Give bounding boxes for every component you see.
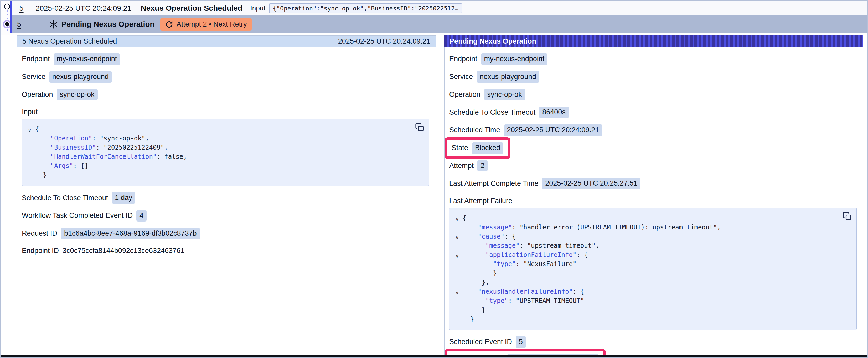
bottom-divider (1, 355, 867, 358)
field-value-chip: 2 (477, 160, 488, 172)
code-line: } (24, 171, 423, 180)
chevron-down-icon[interactable]: ∨ (452, 215, 463, 224)
field-schedule-to-close-timeout: Schedule To Close Timeout 86400s (449, 106, 858, 118)
field-operation: Operation sync-op-ok (449, 89, 858, 100)
field-value-chip: my-nexus-endpoint (54, 53, 120, 65)
field-workflow-task-completed-event-id: Workflow Task Completed Event ID 4 (22, 210, 430, 222)
pending-operation-header-title: Pending Nexus Operation (450, 37, 536, 45)
input-json-code-block: ∨{"Operation": "sync-op-ok","BusinessID"… (22, 119, 429, 186)
field-value-chip: 5 (516, 336, 526, 348)
field-value-chip: 4 (136, 210, 147, 222)
code-line: } (452, 305, 850, 315)
code-line: "message": "upstream timeout", (452, 241, 850, 250)
pending-nexus-operation-row[interactable]: 5 Pending Nexus Operation Attempt 2 • Ne… (12, 15, 867, 33)
field-label: Endpoint (449, 55, 477, 63)
field-value-chip: 2025-02-25 UTC 20:24:09.21 (504, 124, 602, 136)
chevron-down-icon[interactable]: ∨ (452, 288, 463, 297)
event-row-nexus-operation-scheduled[interactable]: 5 2025-02-25 UTC 20:24:09.21 Nexus Opera… (12, 1, 867, 15)
field-state: State Blocked (449, 142, 858, 154)
code-text: "message": "handler error (UPSTREAM_TIME… (463, 223, 721, 232)
copy-icon[interactable] (842, 211, 852, 222)
pending-operation-header: Pending Nexus Operation (444, 35, 863, 47)
chevron-gutter (452, 261, 463, 270)
code-line: } (452, 269, 850, 278)
code-text: { (463, 214, 466, 223)
code-line: ∨"cause": { (452, 232, 850, 241)
event-detail-header: 5 Nexus Operation Scheduled 2025-02-25 U… (17, 35, 436, 47)
chevron-gutter (452, 270, 463, 279)
code-text: { (35, 125, 39, 134)
code-text: } (463, 269, 497, 278)
code-line: ∨{ (24, 125, 423, 134)
code-text: "Args": [] (35, 161, 88, 171)
field-label: Operation (449, 91, 480, 99)
field-value-chip: nexus-playground (49, 71, 112, 83)
event-id-link[interactable]: 5 (20, 4, 24, 12)
code-text: } (463, 305, 486, 315)
field-label: Service (22, 73, 45, 81)
pending-event-id-link[interactable]: 5 (17, 20, 21, 29)
chevron-down-icon[interactable]: ∨ (24, 126, 35, 135)
field-request-id: Request ID b1c6a4bc-8ee7-468a-9169-df3b0… (22, 228, 430, 239)
field-operation: Operation sync-op-ok (22, 89, 430, 100)
field-scheduled-time: Scheduled Time 2025-02-25 UTC 20:24:09.2… (449, 124, 858, 136)
code-text: "applicationFailureInfo": { (463, 250, 588, 260)
field-schedule-to-close-timeout: Schedule To Close Timeout 1 day (22, 192, 430, 204)
field-scheduled-event-id: Scheduled Event ID 5 (449, 336, 858, 348)
code-line: "Args": [] (24, 161, 423, 171)
code-line: } (452, 315, 850, 324)
field-endpoint: Endpoint my-nexus-endpoint (22, 53, 430, 65)
field-label: Operation (22, 91, 53, 99)
field-label: Endpoint (22, 55, 50, 63)
code-text: "type": "UPSTREAM_TIMEOUT" (463, 296, 584, 305)
field-label: Schedule To Close Timeout (449, 108, 535, 117)
code-text: "cause": { (463, 232, 516, 241)
copy-icon[interactable] (415, 123, 425, 133)
field-label: Schedule To Close Timeout (22, 194, 108, 202)
field-service: Service nexus-playground (22, 71, 430, 83)
field-input-label-row: Input (22, 106, 430, 117)
code-text: "HandlerWaitForCancellation": false, (35, 152, 187, 161)
code-line: "type": "NexusFailure" (452, 260, 850, 269)
detail-panels: 5 Nexus Operation Scheduled 2025-02-25 U… (17, 35, 863, 354)
field-label: Scheduled Time (449, 126, 500, 134)
field-last-attempt-failure-label-row: Last Attempt Failure (449, 196, 858, 206)
code-line: "BusinessID": "20250225122409", (24, 143, 423, 152)
chevron-gutter (24, 144, 35, 153)
event-detail-body: Endpoint my-nexus-endpoint Service nexus… (17, 47, 436, 354)
field-label: Workflow Task Completed Event ID (22, 211, 133, 220)
code-text: "Operation": "sync-op-ok", (35, 134, 149, 143)
event-timestamp: 2025-02-25 UTC 20:24:09.21 (36, 4, 131, 12)
event-input-preview-chip[interactable]: {"Operation":"sync-op-ok","BusinessID":"… (269, 3, 462, 13)
field-endpoint: Endpoint my-nexus-endpoint (449, 53, 858, 65)
chevron-gutter (452, 279, 463, 288)
pending-operation-card: Pending Nexus Operation Endpoint my-nexu… (444, 35, 863, 354)
event-detail-header-timestamp: 2025-02-25 UTC 20:24:09.21 (338, 37, 430, 45)
chevron-gutter (452, 242, 463, 252)
field-last-attempt-complete-time: Last Attempt Complete Time 2025-02-25 UT… (449, 178, 858, 189)
chevron-down-icon[interactable]: ∨ (452, 233, 463, 242)
field-label: Scheduled Event ID (449, 338, 512, 346)
field-value-chip: nexus-playground (476, 71, 539, 83)
field-label: Attempt (449, 162, 474, 170)
chevron-gutter (24, 172, 35, 181)
last-attempt-failure-code-block: ∨{"message": "handler error (UPSTREAM_TI… (449, 207, 857, 330)
chevron-down-icon[interactable]: ∨ (452, 252, 463, 261)
code-line: ∨"nexusHandlerFailureInfo": { (452, 287, 850, 296)
code-text: } (35, 171, 46, 180)
field-label: State (452, 144, 468, 152)
endpoint-id-link[interactable]: 3c0c75ccfa8144b092c13ce632463761 (63, 247, 184, 255)
timeline-gutter (1, 1, 10, 35)
open-circle-marker-icon (4, 4, 10, 9)
code-line: ∨"applicationFailureInfo": { (452, 250, 850, 260)
code-text: "BusinessID": "20250225122409", (35, 143, 168, 152)
field-value-chip: sync-op-ok (57, 89, 98, 100)
chevron-gutter (24, 153, 35, 162)
code-line: "HandlerWaitForCancellation": false, (24, 152, 423, 161)
field-value-chip: sync-op-ok (484, 89, 525, 100)
event-detail-header-title: 5 Nexus Operation Scheduled (22, 37, 117, 45)
field-service: Service nexus-playground (449, 71, 858, 83)
field-value-chip: my-nexus-endpoint (481, 53, 548, 65)
code-line: ∨{ (452, 214, 850, 223)
retry-circular-arrow-icon (165, 20, 174, 29)
